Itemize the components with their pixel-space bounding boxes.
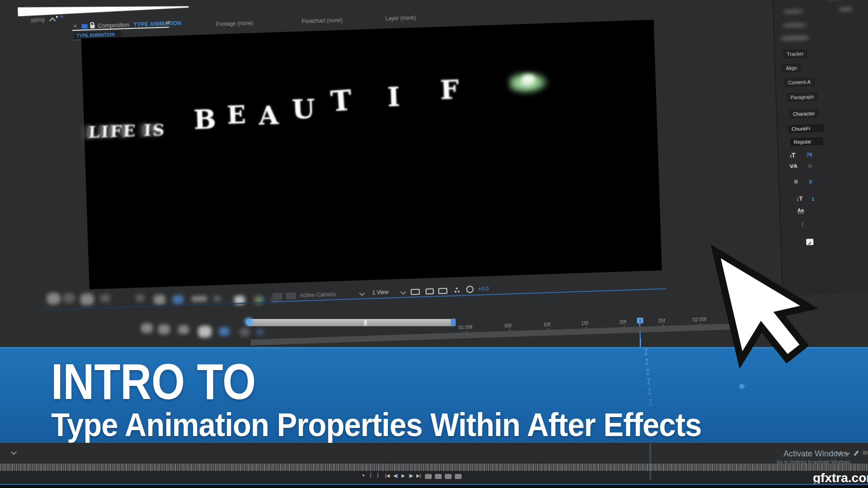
exposure-value[interactable]: +0.0 xyxy=(478,286,489,292)
canvas-letter: I xyxy=(387,81,400,113)
layers-button[interactable] xyxy=(455,474,462,479)
baseline-shift-icon: Aa xyxy=(797,207,804,213)
close-tab-icon[interactable]: × xyxy=(73,23,77,29)
timeline-button-blurred[interactable] xyxy=(158,324,170,334)
font-style-dropdown[interactable]: Regular xyxy=(791,137,823,145)
snap-3d-icon[interactable]: + xyxy=(60,13,64,21)
timeline-navigator[interactable] xyxy=(246,319,456,326)
font-family-dropdown[interactable]: ChunkFi xyxy=(788,124,824,133)
paren-mark: ( xyxy=(802,221,804,227)
toolbar-button-blurred[interactable] xyxy=(80,293,94,305)
title-safe-icon[interactable] xyxy=(410,289,420,295)
keyframe-mark xyxy=(645,359,649,365)
keyframe-mark xyxy=(647,389,652,394)
font-size-value[interactable]: 76 xyxy=(807,152,812,157)
canvas-letter: U xyxy=(292,94,316,125)
ruler-label: 25f xyxy=(658,318,665,324)
viewer-option-button[interactable] xyxy=(272,292,283,300)
next-frame-button[interactable]: |▶ xyxy=(409,473,413,478)
snapshot-button[interactable] xyxy=(445,474,452,479)
canvas-phrase: LIFE IS xyxy=(88,120,166,141)
window-control-blurred xyxy=(839,7,852,12)
timeline-button-blurred[interactable] xyxy=(256,329,264,336)
tracking-value[interactable]: 0 xyxy=(809,179,812,184)
toolbar-button-blurred[interactable] xyxy=(192,296,207,302)
tab-layer[interactable]: Layer (none) xyxy=(385,14,416,22)
timecode-clipped: 00 xyxy=(863,450,868,455)
navigator-start-handle[interactable] xyxy=(245,318,253,326)
navigator-end-handle[interactable] xyxy=(451,319,456,326)
panel-tab-tracker[interactable]: Tracker xyxy=(783,49,807,58)
toolbar-button-blurred[interactable] xyxy=(63,293,75,303)
audio-waveform-strip xyxy=(0,464,868,471)
playhead-notch xyxy=(640,319,641,323)
lock-icon[interactable] xyxy=(90,25,94,28)
audio-preview-button[interactable] xyxy=(435,474,442,479)
panel-tab-content-aware[interactable]: Content-A xyxy=(784,78,814,87)
panel-tab-align[interactable]: Align xyxy=(782,64,801,72)
hamburger-menu-icon[interactable]: ≡ xyxy=(166,19,170,26)
navigator-notch xyxy=(364,320,367,325)
go-to-start-button[interactable]: |◀ xyxy=(385,473,390,478)
view-layout-dropdown[interactable]: 1 View xyxy=(372,289,388,296)
timeline-button-blurred[interactable] xyxy=(219,327,230,336)
keyframe-mark xyxy=(644,349,648,355)
status-strip xyxy=(0,443,868,464)
timeline-button-blurred[interactable] xyxy=(178,325,189,334)
panel-tab-character[interactable]: Character xyxy=(789,109,819,118)
kerning-value[interactable]: M xyxy=(808,163,812,169)
camera-select-dropdown[interactable]: Active Camera xyxy=(300,291,335,299)
banner-subtitle: Type Animation Properties Within After E… xyxy=(51,406,702,443)
activate-mode-label: Full xyxy=(835,450,842,455)
toolbar-button-blurred[interactable] xyxy=(153,295,165,305)
tab-flowchart[interactable]: Flowchart (none) xyxy=(302,17,342,24)
transport-strip xyxy=(0,471,868,483)
vertical-scale-value[interactable]: 1 xyxy=(811,196,815,202)
screenshot-stage: pping + × Composition TYPE ANIMATION ≡ T… xyxy=(0,0,868,488)
play-button[interactable]: ▶ xyxy=(401,473,405,478)
region-of-interest-icon[interactable] xyxy=(425,288,434,295)
ruler-label: 02:00f xyxy=(693,316,707,322)
tracking-icon: ≡ xyxy=(794,178,798,186)
ram-preview-button[interactable] xyxy=(425,474,432,479)
ruler-label: 05f xyxy=(505,323,512,328)
toolbar-button-blurred[interactable] xyxy=(172,295,184,304)
kerning-icon: V⁄A xyxy=(790,163,798,169)
work-area-start-button[interactable]: { xyxy=(370,473,371,478)
banner-title: INTRO TO xyxy=(51,352,256,411)
ruler-label: 15f xyxy=(581,320,589,326)
toolbar-button-blurred[interactable] xyxy=(100,294,110,303)
snapping-label: pping xyxy=(31,16,45,23)
toolbar-button-blurred[interactable] xyxy=(213,296,222,302)
cursor-arrow-icon xyxy=(705,242,836,378)
toolbar-button-blurred[interactable] xyxy=(135,294,145,302)
previous-frame-button[interactable]: ◀| xyxy=(393,473,398,478)
vertical-scale-icon: ↕T xyxy=(796,195,803,202)
canvas-letter: E xyxy=(226,100,246,130)
go-to-end-button[interactable]: ▶| xyxy=(416,473,421,478)
playhead-glow-streak xyxy=(650,444,651,480)
timeline-button-blurred[interactable] xyxy=(198,325,212,338)
keyframe-mark xyxy=(646,379,651,385)
ruler-label: 01:00f xyxy=(458,324,472,330)
snapshot-camera-icon[interactable] xyxy=(438,288,447,294)
canvas-letter: T xyxy=(330,84,353,118)
dot-icon xyxy=(56,16,58,18)
bottom-black-bar xyxy=(0,485,868,488)
keyframe-mark xyxy=(648,399,653,405)
panel-tab-paragraph[interactable]: Paragraph xyxy=(787,93,817,102)
work-area-end-button[interactable]: } xyxy=(377,473,378,478)
tab-footage[interactable]: Footage (none) xyxy=(216,20,253,28)
canvas-letter: A xyxy=(258,100,279,130)
composition-viewport[interactable] xyxy=(81,20,662,290)
timeline-button-blurred[interactable] xyxy=(141,323,153,333)
marker-button[interactable]: ▼ xyxy=(362,474,365,478)
canvas-letter: B xyxy=(193,104,216,136)
viewer-option-button[interactable] xyxy=(285,292,297,300)
ruler-label: 20f xyxy=(619,319,627,325)
toolbar-button-blurred[interactable] xyxy=(47,292,61,305)
keyframe-mark xyxy=(646,369,650,375)
timeline-button-blurred[interactable] xyxy=(240,328,250,337)
ruler-label: 10f xyxy=(543,322,551,328)
font-size-icon: tT xyxy=(790,151,796,159)
